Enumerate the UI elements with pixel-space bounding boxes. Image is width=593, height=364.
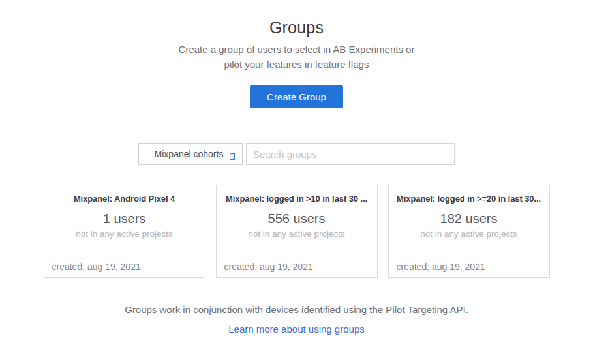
dropdown-selector-icon <box>230 151 235 157</box>
section-divider <box>251 121 342 121</box>
group-card-status: not in any active projects <box>50 229 199 239</box>
page-title: Groups <box>0 18 593 37</box>
group-card[interactable]: Mixpanel: logged in >10 in last 30 ... 5… <box>216 185 378 278</box>
group-card[interactable]: Mixpanel: logged in >=20 in last 30... 1… <box>388 185 550 278</box>
cohort-source-dropdown[interactable]: Mixpanel cohorts <box>138 143 243 165</box>
group-card-created: created: aug 19, 2021 <box>389 256 549 277</box>
learn-more-link[interactable]: Learn more about using groups <box>228 324 364 335</box>
search-groups-input[interactable] <box>246 143 455 165</box>
group-card-body: Mixpanel: Android Pixel 4 1 users not in… <box>44 185 205 256</box>
page-subtitle: Create a group of users to select in AB … <box>0 42 593 72</box>
group-card-user-count: 182 users <box>395 211 543 226</box>
group-card-title: Mixpanel: logged in >=20 in last 30... <box>395 194 543 204</box>
group-card-body: Mixpanel: logged in >=20 in last 30... 1… <box>389 185 549 256</box>
page-subtitle-line1: Create a group of users to select in AB … <box>0 42 593 57</box>
group-card-created: created: aug 19, 2021 <box>44 256 205 277</box>
group-card[interactable]: Mixpanel: Android Pixel 4 1 users not in… <box>44 185 205 278</box>
groups-info-text: Groups work in conjunction with devices … <box>0 304 593 315</box>
groups-page: Groups Create a group of users to select… <box>0 0 593 364</box>
filter-controls-row: Mixpanel cohorts <box>0 143 593 165</box>
create-group-button-row: Create Group <box>0 85 593 108</box>
group-card-body: Mixpanel: logged in >10 in last 30 ... 5… <box>217 185 377 256</box>
group-card-user-count: 1 users <box>50 211 199 226</box>
footer-link-row: Learn more about using groups <box>0 324 593 335</box>
group-card-status: not in any active projects <box>395 229 543 239</box>
group-card-title: Mixpanel: Android Pixel 4 <box>50 194 199 204</box>
cohort-dropdown-value: Mixpanel cohorts <box>139 149 230 159</box>
group-card-status: not in any active projects <box>222 229 371 239</box>
group-card-title: Mixpanel: logged in >10 in last 30 ... <box>222 194 371 204</box>
create-group-button[interactable]: Create Group <box>250 85 343 108</box>
group-card-created: created: aug 19, 2021 <box>217 256 377 277</box>
group-cards-row: Mixpanel: Android Pixel 4 1 users not in… <box>0 185 593 278</box>
group-card-user-count: 556 users <box>222 211 371 226</box>
page-subtitle-line2: pilot your features in feature flags <box>0 57 593 72</box>
